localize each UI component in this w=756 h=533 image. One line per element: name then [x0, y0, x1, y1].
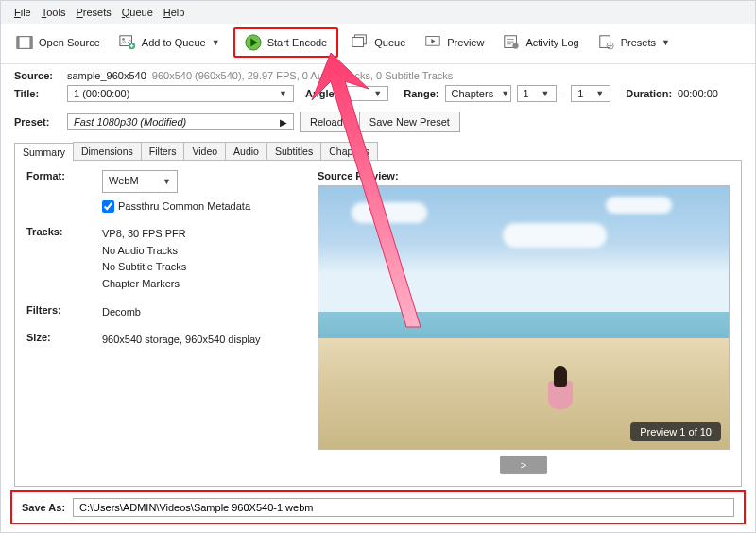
- preset-select[interactable]: Fast 1080p30 (Modified)▶: [67, 113, 294, 130]
- menu-presets[interactable]: Presets: [72, 5, 114, 20]
- tab-chapters[interactable]: Chapters: [320, 142, 378, 160]
- tabs: Summary Dimensions Filters Video Audio S…: [14, 142, 742, 161]
- chevron-down-icon: ▼: [662, 38, 670, 47]
- range-mode-select[interactable]: Chapters▼: [445, 85, 511, 102]
- chevron-down-icon: ▼: [373, 89, 382, 98]
- format-select[interactable]: WebM▼: [102, 170, 178, 193]
- tracks-line: No Subtitle Tracks: [102, 259, 186, 276]
- title-label: Title:: [14, 88, 61, 99]
- tab-subtitles[interactable]: Subtitles: [266, 142, 321, 160]
- presets-label: Presets: [621, 37, 656, 48]
- play-icon: [245, 34, 262, 51]
- preview-icon: [424, 34, 441, 51]
- size-value: 960x540 storage, 960x540 display: [102, 332, 261, 349]
- source-preview[interactable]: Preview 1 of 10: [318, 185, 730, 450]
- chevron-down-icon: ▼: [501, 89, 509, 98]
- menu-queue[interactable]: Queue: [118, 5, 157, 20]
- filters-value: Decomb: [102, 304, 141, 321]
- add-to-queue-label: Add to Queue: [142, 37, 206, 48]
- activity-log-button[interactable]: Activity Log: [497, 31, 584, 54]
- duration-label: Duration:: [626, 88, 672, 99]
- size-label: Size:: [26, 332, 102, 349]
- tracks-line: No Audio Tracks: [102, 243, 186, 260]
- title-select[interactable]: 1 (00:00:00)▼: [67, 85, 294, 102]
- filters-label: Filters:: [26, 304, 102, 321]
- save-new-preset-button[interactable]: Save New Preset: [359, 112, 460, 132]
- activity-log-label: Activity Log: [525, 37, 578, 48]
- queue-button[interactable]: Queue: [346, 31, 411, 54]
- tab-audio[interactable]: Audio: [225, 142, 267, 160]
- summary-panel: Format: WebM▼ Passthru Common Metadata T…: [26, 170, 301, 476]
- tracks-label: Tracks:: [26, 226, 102, 292]
- svg-rect-2: [29, 37, 32, 49]
- svg-point-4: [122, 38, 125, 41]
- menubar: File Tools Presets Queue Help: [1, 1, 755, 24]
- preset-label: Preset:: [14, 116, 61, 128]
- start-encode-button[interactable]: Start Encode: [233, 27, 339, 58]
- tracks-line: VP8, 30 FPS PFR: [102, 226, 186, 243]
- images-icon: [352, 34, 369, 51]
- tab-filters[interactable]: Filters: [141, 142, 185, 160]
- open-source-label: Open Source: [39, 37, 100, 48]
- save-as-label: Save As:: [22, 502, 65, 513]
- tab-video[interactable]: Video: [183, 142, 226, 160]
- menu-help[interactable]: Help: [160, 5, 189, 20]
- save-as-row: Save As:: [10, 490, 746, 524]
- open-source-button[interactable]: Open Source: [10, 31, 106, 54]
- chevron-down-icon: ▼: [279, 89, 287, 98]
- tab-summary[interactable]: Summary: [14, 143, 74, 161]
- log-icon: [503, 34, 520, 51]
- save-as-input[interactable]: [73, 498, 734, 517]
- film-icon: [16, 34, 33, 51]
- chevron-down-icon: ▼: [163, 175, 171, 188]
- svg-point-11: [513, 43, 519, 48]
- toolbar: Open Source Add to Queue ▼ Start Encode …: [1, 24, 755, 64]
- menu-file[interactable]: File: [10, 5, 35, 20]
- angle-label: Angle:: [305, 88, 337, 99]
- source-preview-label: Source Preview:: [318, 170, 730, 181]
- svg-rect-8: [352, 38, 364, 47]
- angle-select[interactable]: ▼: [343, 86, 388, 101]
- tracks-line: Chapter Markers: [102, 276, 186, 293]
- menu-tools[interactable]: Tools: [38, 5, 70, 20]
- tab-dimensions[interactable]: Dimensions: [73, 142, 142, 160]
- source-info: 960x540 (960x540), 29.97 FPS, 0 Audio Tr…: [152, 70, 454, 81]
- range-to-select[interactable]: 1▼: [571, 85, 610, 102]
- svg-rect-1: [17, 37, 20, 49]
- format-label: Format:: [26, 170, 102, 215]
- range-dash: -: [562, 88, 566, 99]
- queue-label: Queue: [374, 37, 405, 48]
- range-label: Range:: [404, 88, 438, 99]
- image-plus-icon: [119, 34, 136, 51]
- add-to-queue-button[interactable]: Add to Queue ▼: [113, 31, 226, 54]
- chevron-down-icon: ▼: [541, 89, 550, 98]
- duration-value: 00:00:00: [678, 88, 718, 99]
- reload-button[interactable]: Reload: [300, 112, 353, 132]
- chevron-right-icon: ▶: [280, 117, 287, 128]
- presets-button[interactable]: Presets ▼: [593, 31, 676, 54]
- preview-badge: Preview 1 of 10: [630, 422, 721, 441]
- presets-icon: [598, 34, 615, 51]
- range-from-select[interactable]: 1▼: [517, 85, 557, 102]
- source-label: Source:: [14, 70, 61, 81]
- source-file: sample_960x540: [67, 70, 146, 81]
- preview-button[interactable]: Preview: [419, 31, 490, 54]
- chevron-down-icon: ▼: [212, 38, 220, 47]
- start-encode-label: Start Encode: [267, 37, 328, 48]
- preview-next-button[interactable]: >: [500, 456, 547, 474]
- preview-label: Preview: [447, 37, 484, 48]
- passthru-checkbox[interactable]: Passthru Common Metadata: [102, 198, 250, 215]
- chevron-down-icon: ▼: [595, 89, 604, 98]
